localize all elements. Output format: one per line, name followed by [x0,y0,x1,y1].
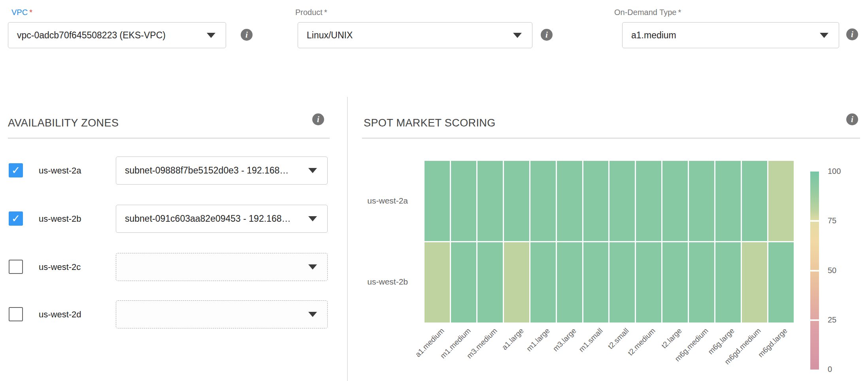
caret-down-icon [513,33,522,38]
vpc-info-icon[interactable]: i [241,29,253,41]
heatmap-colorbar [810,172,819,370]
product-label-text: Product [295,8,323,17]
colorbar-tick-100: 100 [828,167,841,176]
zone-label: us-west-2a [39,157,81,185]
caret-down-icon [308,168,317,173]
zone-label: us-west-2c [39,253,81,281]
check-icon: ✓ [11,165,21,176]
vpc-label-text: VPC [11,8,28,17]
check-icon: ✓ [11,213,21,224]
availability-zones-heading: AVAILABILITY ZONES [8,117,119,129]
heatmap-cell-us-west-2b-m6gd.medium[interactable] [742,242,767,323]
required-asterisk: * [678,8,681,17]
heatmap-row-label-us-west-2b: us-west-2b [348,277,408,287]
product-select[interactable]: Linux/UNIX [298,22,532,48]
heatmap-cell-us-west-2a-t2.large[interactable] [662,161,688,241]
on-demand-type-label-text: On-Demand Type [614,8,677,17]
vpc-label: VPC* [11,8,32,17]
subnet-select[interactable] [116,300,328,328]
heatmap-cell-us-west-2b-m6g.large[interactable] [715,242,741,323]
availability-zones-info-icon[interactable]: i [312,113,324,125]
heatmap-row-label-us-west-2a: us-west-2a [348,196,408,206]
heatmap-cell-us-west-2a-a1.large[interactable] [504,161,529,241]
availability-zones-divider [8,138,330,138]
spot-market-scoring-heading: SPOT MARKET SCORING [364,117,496,129]
heatmap-cell-us-west-2a-m1.medium[interactable] [451,161,476,241]
on-demand-type-label: On-Demand Type* [614,8,681,17]
spot-market-scoring-divider [362,138,860,138]
heatmap-cell-us-west-2a-m1.large[interactable] [530,161,556,241]
spot-market-scoring-info-icon[interactable]: i [846,113,858,125]
heatmap-cell-us-west-2a-m6gd.medium[interactable] [742,161,767,241]
colorbar-gap [810,220,819,222]
caret-down-icon [308,312,317,317]
heatmap-cell-us-west-2a-t2.medium[interactable] [636,161,661,241]
vpc-select[interactable]: vpc-0adcb70f645508223 (EKS-VPC) [8,22,226,48]
product-info-icon[interactable]: i [541,29,553,41]
caret-down-icon [820,33,828,38]
subnet-select[interactable]: subnet-09888f7be5152d0e3 - 192.168… [116,157,328,185]
product-select-value: Linux/UNIX [307,30,353,41]
heatmap-cell-us-west-2a-m6g.medium[interactable] [689,161,714,241]
heatmap-column-labels: a1.mediumm1.mediumm3.mediuma1.largem1.la… [425,326,794,381]
product-label: Product* [295,8,327,17]
heatmap-cell-us-west-2a-m3.medium[interactable] [477,161,503,241]
caret-down-icon [207,33,215,38]
colorbar-tick-25: 25 [828,315,836,324]
zone-checkbox[interactable]: ✓ [9,260,23,274]
heatmap-cell-us-west-2a-m6g.large[interactable] [715,161,741,241]
zone-checkbox[interactable]: ✓ [9,307,23,321]
colorbar-tick-0: 0 [828,365,832,374]
heatmap-cell-us-west-2b-m6gd.large[interactable] [768,242,794,323]
heatmap-cell-us-west-2b-a1.medium[interactable] [425,242,450,323]
on-demand-type-select-value: a1.medium [631,30,676,41]
colorbar-tick-labels: 1007550250 [828,172,855,370]
zone-row-us-west-2b: ✓ us-west-2b subnet-091c603aa82e09453 - … [9,205,337,233]
heatmap-cell-us-west-2b-t2.medium[interactable] [636,242,661,323]
zone-checkbox[interactable]: ✓ [9,163,23,177]
zone-row-us-west-2a: ✓ us-west-2a subnet-09888f7be5152d0e3 - … [9,157,337,185]
on-demand-type-info-icon[interactable]: i [846,28,858,40]
colorbar-tick-50: 50 [828,266,836,275]
heatmap-col-label-a1.medium: a1.medium [373,326,446,381]
heatmap-cell-us-west-2a-t2.small[interactable] [609,161,635,241]
zone-row-us-west-2d: ✓ us-west-2d [9,300,337,328]
heatmap-cell-us-west-2b-a1.large[interactable] [504,242,529,323]
subnet-select-value: subnet-091c603aa82e09453 - 192.168… [125,213,291,224]
heatmap-cell-us-west-2a-m6gd.large[interactable] [768,161,794,241]
heatmap-cell-us-west-2b-t2.large[interactable] [662,242,688,323]
subnet-select[interactable]: subnet-091c603aa82e09453 - 192.168… [116,205,328,233]
heatmap-cell-us-west-2a-a1.medium[interactable] [425,161,450,241]
heatmap-cell-us-west-2b-m3.medium[interactable] [477,242,503,323]
zone-label: us-west-2d [39,300,81,328]
zone-label: us-west-2b [39,205,81,233]
zone-checkbox[interactable]: ✓ [9,211,23,226]
zone-row-us-west-2c: ✓ us-west-2c [9,253,337,281]
subnet-select[interactable] [116,253,328,281]
heatmap-grid [425,161,794,323]
colorbar-tick-75: 75 [828,216,836,225]
heatmap-cell-us-west-2b-m6g.medium[interactable] [689,242,714,323]
heatmap-cell-us-west-2a-m1.small[interactable] [583,161,609,241]
heatmap-row-labels: us-west-2aus-west-2b [348,161,408,323]
subnet-select-value: subnet-09888f7be5152d0e3 - 192.168… [125,165,289,176]
on-demand-type-select[interactable]: a1.medium [622,22,839,48]
vpc-select-value: vpc-0adcb70f645508223 (EKS-VPC) [17,30,166,41]
heatmap-cell-us-west-2a-m3.large[interactable] [557,161,582,241]
required-asterisk: * [29,8,32,17]
colorbar-gap [810,270,819,272]
heatmap-cell-us-west-2b-m3.large[interactable] [557,242,582,323]
caret-down-icon [308,216,317,221]
required-asterisk: * [324,8,327,17]
colorbar-gap [810,319,819,321]
caret-down-icon [308,264,317,270]
heatmap-cell-us-west-2b-m1.small[interactable] [583,242,609,323]
spot-instance-config-page: VPC* vpc-0adcb70f645508223 (EKS-VPC) i P… [0,0,868,381]
heatmap-cell-us-west-2b-t2.small[interactable] [609,242,635,323]
heatmap-cell-us-west-2b-m1.medium[interactable] [451,242,476,323]
heatmap-cell-us-west-2b-m1.large[interactable] [530,242,556,323]
